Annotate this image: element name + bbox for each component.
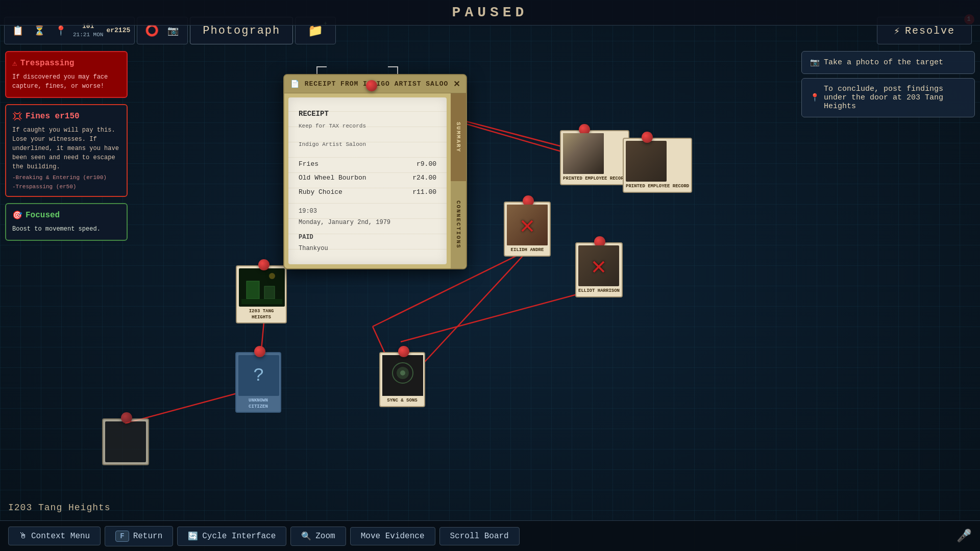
evidence-sync-sons[interactable]: Sync & Sons [379,352,425,407]
receipt-close-button[interactable]: ✕ [453,79,460,89]
camera-hint-icon: 📷 [810,58,820,67]
receipt-paper: RECEIPT Keep for TAX records Indigo Arti… [288,97,447,264]
zoom-label: Zoom [315,532,335,541]
svg-rect-10 [247,281,259,299]
take-photo-hint: 📷 Take a photo of the target [801,51,975,74]
evidence-eilidh[interactable]: ✕ Eilidh Andre [504,202,551,257]
unknown-img: ? [238,355,279,396]
scroll-board-label: Scroll Board [450,532,509,541]
stat-er2125: er2125 [106,27,130,35]
svg-rect-12 [241,299,282,304]
trespassing-alert: ⚠ Trespassing If discovered you may face… [5,51,128,98]
evidence-img-1 [563,133,604,174]
location-pin [258,259,270,270]
fines-icon: 💢 [12,111,22,121]
evidence-elliot[interactable]: ✕ Elliot Harrison [575,242,623,297]
conclude-text: To conclude, post findings under the doo… [824,85,966,111]
pin-sync [398,346,409,357]
stat-time: 21:21 MON [73,31,103,38]
location-hint-icon: 📍 [810,93,820,103]
item-name-1: Old Wheel Bourbon [299,172,366,184]
move-evidence-label: Move Evidence [361,532,425,541]
focus-icon: 🎯 [12,210,22,220]
evidence-img-2 [626,141,667,182]
svg-point-17 [400,370,405,375]
cycle-icon: 🔄 [188,531,198,541]
return-label: Return [133,532,163,541]
fines-body: If caught you will pay this. Lose your w… [12,126,120,171]
zoom-button[interactable]: 🔍 Zoom [290,527,346,546]
receipt-item-0: Fries r9.00 [299,158,436,170]
unknown-label: Unknown Citizen [238,398,278,410]
location-img [239,268,285,307]
fine-sub1: -Breaking & Entering (er100) [12,174,120,181]
item-price-1: r24.00 [412,172,436,184]
elliot-label: Elliot Harrison [578,288,620,294]
return-key-badge: F [115,531,129,542]
item-name-2: Ruby Choice [299,186,342,198]
paused-bar: PAUSED [0,0,980,26]
eilidh-x: ✕ [507,205,548,245]
receipt-time: 19:03 [299,206,436,217]
take-photo-text: Take a photo of the target [824,58,943,67]
receipt-saloon: Indigo Artist Saloon [299,140,436,150]
receipt-doc-icon: 📄 [290,80,300,88]
pin-2 [642,132,653,143]
receipt-footer: 19:03 Monday, January 2nd, 1979 PAID Tha… [299,206,436,254]
left-panel: ⚠ Trespassing If discovered you may face… [5,51,128,241]
fines-title: 💢 Fines er150 [12,111,120,121]
context-menu-label: Context Menu [31,532,90,541]
receipt-date: Monday, January 2nd, 1979 [299,217,436,229]
alert-icon: ⚠ [12,58,17,68]
eilidh-label: Eilidh Andre [507,247,548,254]
receipt-keep-for: Keep for TAX records [299,121,436,132]
receipt-tab-summary[interactable]: SUMMARY [451,93,466,181]
zoom-icon: 🔍 [301,531,311,541]
receipt-pin[interactable] [366,80,377,91]
eilidh-img: ✕ [507,205,548,245]
cycle-interface-button[interactable]: 🔄 Cycle Interface [177,527,286,546]
resolve-icon: ⚡ [894,24,901,37]
svg-point-13 [269,273,275,279]
evidence-label-1: Printed Employee Record [563,176,626,182]
location-label: I203 Tang Heights [239,309,284,320]
microphone-icon[interactable]: 🎤 [957,529,972,543]
sync-label: Sync & Sons [382,398,422,404]
receipt-tab-connections[interactable]: CONNECTIONS [451,181,466,269]
sync-img [382,355,423,396]
svg-rect-11 [264,286,275,299]
item-price-0: r9.00 [416,158,436,170]
item-name-0: Fries [299,158,318,170]
evidence-label-2: Printed Employee Record [626,184,689,190]
focused-title: 🎯 Focused [12,210,120,220]
receipt-main-title: RECEIPT [299,108,436,120]
receipt-thankyou: Thankyou [299,243,436,255]
location-card-tang[interactable]: I203 Tang Heights [236,265,287,323]
context-menu-button[interactable]: 🖱 Context Menu [8,527,101,545]
item-price-2: r11.00 [412,186,436,198]
stat-er-display: er2125 [106,27,130,35]
location-label-bottom-left: I203 Tang Heights [8,503,111,513]
pin-unknown [254,346,265,357]
evidence-printed-1[interactable]: Printed Employee Record [560,130,629,185]
mouse-icon: 🖱 [19,531,27,541]
receipt-paid: PAID [299,232,436,243]
receipt-body: RECEIPT Keep for TAX records Indigo Arti… [284,93,466,268]
trespassing-title: ⚠ Trespassing [12,58,120,68]
return-button[interactable]: F Return [105,526,173,546]
receipt-item-1: Old Wheel Bourbon r24.00 [299,172,436,184]
fine-sub2: -Trespassing (er50) [12,184,120,190]
partial-img [105,421,146,462]
evidence-unknown-citizen[interactable]: ? Unknown Citizen [235,352,281,413]
receipt-modal: 📄 Receipt from Indigo Artist Saloo ✕ REC… [283,74,467,269]
bottom-toolbar: 🖱 Context Menu F Return 🔄 Cycle Interfac… [0,520,980,551]
evidence-partial-bottom[interactable] [102,418,149,465]
cycle-interface-label: Cycle Interface [202,532,276,541]
scroll-board-button[interactable]: Scroll Board [439,527,520,545]
evidence-printed-2[interactable]: Printed Employee Record [623,138,692,193]
move-evidence-button[interactable]: Move Evidence [350,527,435,545]
fines-card: 💢 Fines er150 If caught you will pay thi… [5,104,128,197]
pin-bottom [121,412,132,423]
location-name-display: I203 Tang Heights [8,503,111,513]
trespassing-body: If discovered you may face capture, fine… [12,72,120,91]
